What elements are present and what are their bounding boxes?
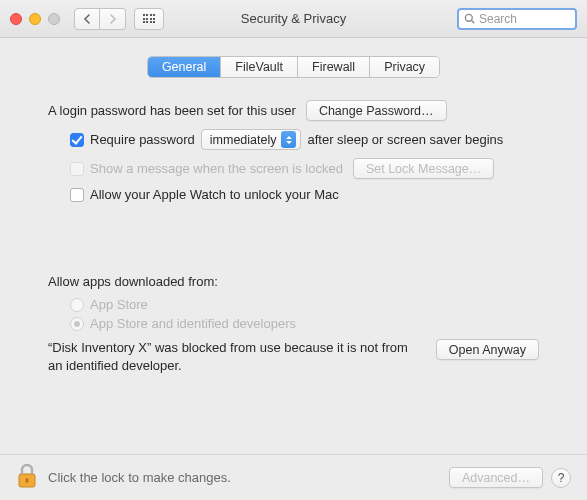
radio-appstore <box>70 298 84 312</box>
radio-identified-label: App Store and identified developers <box>90 316 296 331</box>
tab-filevault[interactable]: FileVault <box>221 57 298 77</box>
tab-general[interactable]: General <box>148 57 221 77</box>
require-delay-value: immediately <box>210 133 277 147</box>
minimize-window-button[interactable] <box>29 13 41 25</box>
apple-watch-row: Allow your Apple Watch to unlock your Ma… <box>48 187 539 202</box>
nav-buttons <box>74 8 126 30</box>
lock-text: Click the lock to make changes. <box>48 470 231 485</box>
window-controls <box>10 13 60 25</box>
show-message-label: Show a message when the screen is locked <box>90 161 343 176</box>
help-button[interactable]: ? <box>551 468 571 488</box>
download-heading-row: Allow apps downloaded from: <box>48 274 539 289</box>
blocked-app-message: “Disk Inventory X” was blocked from use … <box>48 339 420 374</box>
login-status-label: A login password has been set for this u… <box>48 103 296 118</box>
advanced-button: Advanced… <box>449 467 543 488</box>
tabs-bar: General FileVault Firewall Privacy <box>30 56 557 78</box>
content-area: General FileVault Firewall Privacy A log… <box>0 38 587 374</box>
apple-watch-checkbox[interactable] <box>70 188 84 202</box>
footer-bar: Click the lock to make changes. Advanced… <box>0 454 587 500</box>
require-delay-popup[interactable]: immediately <box>201 129 302 150</box>
set-lock-message-button: Set Lock Message… <box>353 158 494 179</box>
require-password-row: Require password immediately after sleep… <box>48 129 539 150</box>
close-window-button[interactable] <box>10 13 22 25</box>
lock-button[interactable] <box>16 463 38 492</box>
radio-appstore-label: App Store <box>90 297 148 312</box>
back-button[interactable] <box>74 8 100 30</box>
login-password-row: A login password has been set for this u… <box>48 100 539 121</box>
require-tail-label: after sleep or screen saver begins <box>307 132 503 147</box>
chevron-right-icon <box>108 14 117 24</box>
require-password-label: Require password <box>90 132 195 147</box>
svg-point-0 <box>465 14 472 21</box>
download-heading: Allow apps downloaded from: <box>48 274 218 289</box>
apple-watch-label: Allow your Apple Watch to unlock your Ma… <box>90 187 339 202</box>
search-field[interactable]: Search <box>457 8 577 30</box>
radio-identified-row: App Store and identified developers <box>48 316 539 331</box>
show-message-row: Show a message when the screen is locked… <box>48 158 539 179</box>
title-bar: Security & Privacy Search <box>0 0 587 38</box>
popup-arrows-icon <box>281 131 296 148</box>
tab-privacy[interactable]: Privacy <box>370 57 439 77</box>
show-all-prefs-button[interactable] <box>134 8 164 30</box>
search-placeholder: Search <box>479 12 517 26</box>
search-icon <box>464 13 475 24</box>
require-password-checkbox[interactable] <box>70 133 84 147</box>
radio-appstore-row: App Store <box>48 297 539 312</box>
lock-icon <box>16 463 38 489</box>
change-password-button[interactable]: Change Password… <box>306 100 447 121</box>
show-message-checkbox <box>70 162 84 176</box>
tab-firewall[interactable]: Firewall <box>298 57 370 77</box>
chevron-left-icon <box>83 14 92 24</box>
zoom-window-button <box>48 13 60 25</box>
grid-icon <box>143 14 156 23</box>
svg-rect-3 <box>26 478 29 483</box>
blocked-app-row: “Disk Inventory X” was blocked from use … <box>48 339 539 374</box>
radio-identified <box>70 317 84 331</box>
open-anyway-button[interactable]: Open Anyway <box>436 339 539 360</box>
forward-button[interactable] <box>100 8 126 30</box>
svg-line-1 <box>472 21 475 24</box>
